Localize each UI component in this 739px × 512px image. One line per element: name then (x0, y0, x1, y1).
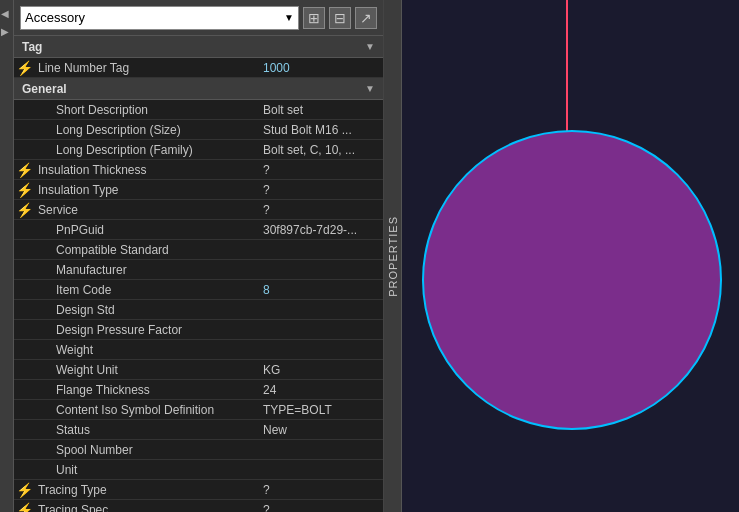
drawing-canvas-area (402, 0, 739, 512)
left-icon-bar: ◀ ▶ (0, 0, 14, 512)
dropdown-chevron: ▼ (284, 12, 294, 23)
table-row[interactable]: ⚡Insulation Type? (14, 180, 383, 200)
section-header-tag[interactable]: Tag▼ (14, 36, 383, 58)
section-chevron-general: ▼ (365, 83, 375, 94)
table-row[interactable]: Flange Thickness24 (14, 380, 383, 400)
prop-value: ? (263, 203, 383, 217)
prop-label: Service (34, 203, 263, 217)
prop-label: Weight Unit (34, 363, 263, 377)
prop-label: Line Number Tag (34, 61, 263, 75)
toolbar-btn-2[interactable]: ⊟ (329, 7, 351, 29)
table-row[interactable]: Long Description (Size)Stud Bolt M16 ... (14, 120, 383, 140)
lightning-icon: ⚡ (14, 60, 34, 76)
lightning-icon: ⚡ (14, 182, 34, 198)
prop-value: 1000 (263, 61, 383, 75)
lightning-icon: ⚡ (14, 162, 34, 178)
table-row[interactable]: Short DescriptionBolt set (14, 100, 383, 120)
prop-value: Stud Bolt M16 ... (263, 123, 383, 137)
toolbar-btn-1[interactable]: ⊞ (303, 7, 325, 29)
bolt-circle (422, 130, 722, 430)
prop-value: KG (263, 363, 383, 377)
prop-value: Bolt set, C, 10, ... (263, 143, 383, 157)
properties-table: Tag▼⚡Line Number Tag1000General▼Short De… (14, 36, 383, 512)
section-label-tag: Tag (22, 40, 42, 54)
properties-sidebar: PROPERTIES (384, 0, 402, 512)
table-row[interactable]: Item Code8 (14, 280, 383, 300)
prop-label: Insulation Thickness (34, 163, 263, 177)
prop-value: 24 (263, 383, 383, 397)
prop-value: ? (263, 183, 383, 197)
table-row[interactable]: Long Description (Family)Bolt set, C, 10… (14, 140, 383, 160)
prop-label: Flange Thickness (34, 383, 263, 397)
table-row[interactable]: ⚡Line Number Tag1000 (14, 58, 383, 78)
prop-value: ? (263, 483, 383, 497)
section-label-general: General (22, 82, 67, 96)
table-row[interactable]: ⚡Tracing Type? (14, 480, 383, 500)
prop-value: ? (263, 503, 383, 513)
prop-label: Manufacturer (34, 263, 263, 277)
prop-label: Content Iso Symbol Definition (34, 403, 263, 417)
prop-label: Insulation Type (34, 183, 263, 197)
prop-value: TYPE=BOLT (263, 403, 383, 417)
properties-panel: Accessory ▼ ⊞ ⊟ ↗ Tag▼⚡Line Number Tag10… (14, 0, 384, 512)
accessory-label: Accessory (25, 10, 85, 25)
toolbar-btn-3[interactable]: ↗ (355, 7, 377, 29)
table-row[interactable]: ⚡Tracing Spec? (14, 500, 383, 512)
section-header-general[interactable]: General▼ (14, 78, 383, 100)
accessory-dropdown[interactable]: Accessory ▼ (20, 6, 299, 30)
table-row[interactable]: Design Pressure Factor (14, 320, 383, 340)
prop-label: Short Description (34, 103, 263, 117)
left-arrow-icon[interactable]: ◀ (1, 8, 13, 20)
table-row[interactable]: ⚡Insulation Thickness? (14, 160, 383, 180)
prop-label: Weight (34, 343, 263, 357)
prop-label: Tracing Spec (34, 503, 263, 513)
lightning-icon: ⚡ (14, 482, 34, 498)
table-row[interactable]: Design Std (14, 300, 383, 320)
prop-label: Long Description (Family) (34, 143, 263, 157)
prop-label: Spool Number (34, 443, 263, 457)
prop-value: 8 (263, 283, 383, 297)
prop-value: 30f897cb-7d29-... (263, 223, 383, 237)
lightning-icon: ⚡ (14, 202, 34, 218)
prop-value: New (263, 423, 383, 437)
prop-value: Bolt set (263, 103, 383, 117)
prop-label: Item Code (34, 283, 263, 297)
prop-value: ? (263, 163, 383, 177)
panel-toolbar: Accessory ▼ ⊞ ⊟ ↗ (14, 0, 383, 36)
prop-label: Unit (34, 463, 263, 477)
prop-label: Design Std (34, 303, 263, 317)
prop-label: Compatible Standard (34, 243, 263, 257)
table-row[interactable]: Unit (14, 460, 383, 480)
prop-label: Design Pressure Factor (34, 323, 263, 337)
right-arrow-icon[interactable]: ▶ (1, 26, 13, 38)
table-row[interactable]: Spool Number (14, 440, 383, 460)
cad-drawing (402, 0, 739, 512)
prop-label: PnPGuid (34, 223, 263, 237)
lightning-icon: ⚡ (14, 502, 34, 513)
table-row[interactable]: Manufacturer (14, 260, 383, 280)
table-row[interactable]: ⚡Service? (14, 200, 383, 220)
table-row[interactable]: StatusNew (14, 420, 383, 440)
prop-label: Long Description (Size) (34, 123, 263, 137)
sidebar-label: PROPERTIES (387, 216, 399, 297)
section-chevron-tag: ▼ (365, 41, 375, 52)
table-row[interactable]: Content Iso Symbol DefinitionTYPE=BOLT (14, 400, 383, 420)
table-row[interactable]: Weight UnitKG (14, 360, 383, 380)
table-row[interactable]: Compatible Standard (14, 240, 383, 260)
prop-label: Tracing Type (34, 483, 263, 497)
table-row[interactable]: Weight (14, 340, 383, 360)
prop-label: Status (34, 423, 263, 437)
table-row[interactable]: PnPGuid30f897cb-7d29-... (14, 220, 383, 240)
